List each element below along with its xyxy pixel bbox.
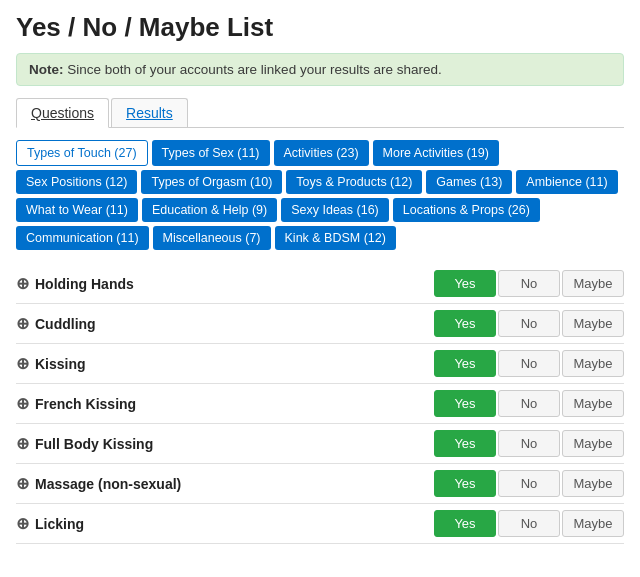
question-row-holding-hands: ⊕Holding HandsYesNoMaybe [16, 264, 624, 304]
answer-yes-kissing[interactable]: Yes [434, 350, 496, 377]
answer-yes-holding-hands[interactable]: Yes [434, 270, 496, 297]
question-text-french-kissing: French Kissing [35, 396, 136, 412]
expand-icon-cuddling[interactable]: ⊕ [16, 314, 29, 333]
answer-yes-cuddling[interactable]: Yes [434, 310, 496, 337]
expand-icon-full-body-kissing[interactable]: ⊕ [16, 434, 29, 453]
tab-results[interactable]: Results [111, 98, 188, 127]
expand-icon-licking[interactable]: ⊕ [16, 514, 29, 533]
question-label-cuddling: ⊕Cuddling [16, 314, 434, 333]
answer-no-cuddling[interactable]: No [498, 310, 560, 337]
answer-maybe-holding-hands[interactable]: Maybe [562, 270, 624, 297]
filter-btn-communication[interactable]: Communication (11) [16, 226, 149, 250]
answer-buttons-kissing: YesNoMaybe [434, 350, 624, 377]
answer-maybe-kissing[interactable]: Maybe [562, 350, 624, 377]
answer-maybe-cuddling[interactable]: Maybe [562, 310, 624, 337]
answer-buttons-cuddling: YesNoMaybe [434, 310, 624, 337]
answer-maybe-licking[interactable]: Maybe [562, 510, 624, 537]
question-text-cuddling: Cuddling [35, 316, 96, 332]
question-label-kissing: ⊕Kissing [16, 354, 434, 373]
question-label-licking: ⊕Licking [16, 514, 434, 533]
answer-no-kissing[interactable]: No [498, 350, 560, 377]
answer-no-licking[interactable]: No [498, 510, 560, 537]
filter-btn-locations-props[interactable]: Locations & Props (26) [393, 198, 540, 222]
filter-btn-kink-bdsm[interactable]: Kink & BDSM (12) [275, 226, 396, 250]
question-label-massage-nonsexual: ⊕Massage (non-sexual) [16, 474, 434, 493]
question-list: ⊕Holding HandsYesNoMaybe⊕CuddlingYesNoMa… [16, 264, 624, 544]
filter-btn-sex-positions[interactable]: Sex Positions (12) [16, 170, 137, 194]
answer-buttons-licking: YesNoMaybe [434, 510, 624, 537]
question-text-kissing: Kissing [35, 356, 86, 372]
filter-btn-games[interactable]: Games (13) [426, 170, 512, 194]
note-bold: Note: [29, 62, 64, 77]
filter-btn-types-of-orgasm[interactable]: Types of Orgasm (10) [141, 170, 282, 194]
question-text-massage-nonsexual: Massage (non-sexual) [35, 476, 181, 492]
answer-buttons-holding-hands: YesNoMaybe [434, 270, 624, 297]
filter-btn-ambience[interactable]: Ambience (11) [516, 170, 617, 194]
filter-btn-miscellaneous[interactable]: Miscellaneous (7) [153, 226, 271, 250]
page-container: Yes / No / Maybe List Note: Since both o… [0, 0, 640, 556]
answer-no-massage-nonsexual[interactable]: No [498, 470, 560, 497]
answer-maybe-full-body-kissing[interactable]: Maybe [562, 430, 624, 457]
answer-buttons-french-kissing: YesNoMaybe [434, 390, 624, 417]
filter-buttons-container: Types of Touch (27)Types of Sex (11)Acti… [16, 140, 624, 250]
expand-icon-holding-hands[interactable]: ⊕ [16, 274, 29, 293]
answer-buttons-full-body-kissing: YesNoMaybe [434, 430, 624, 457]
answer-no-full-body-kissing[interactable]: No [498, 430, 560, 457]
answer-no-french-kissing[interactable]: No [498, 390, 560, 417]
expand-icon-kissing[interactable]: ⊕ [16, 354, 29, 373]
answer-maybe-massage-nonsexual[interactable]: Maybe [562, 470, 624, 497]
expand-icon-french-kissing[interactable]: ⊕ [16, 394, 29, 413]
filter-btn-toys-products[interactable]: Toys & Products (12) [286, 170, 422, 194]
filter-btn-types-of-touch[interactable]: Types of Touch (27) [16, 140, 148, 166]
filter-btn-what-to-wear[interactable]: What to Wear (11) [16, 198, 138, 222]
question-row-licking: ⊕LickingYesNoMaybe [16, 504, 624, 544]
expand-icon-massage-nonsexual[interactable]: ⊕ [16, 474, 29, 493]
answer-yes-full-body-kissing[interactable]: Yes [434, 430, 496, 457]
answer-buttons-massage-nonsexual: YesNoMaybe [434, 470, 624, 497]
answer-yes-french-kissing[interactable]: Yes [434, 390, 496, 417]
question-label-full-body-kissing: ⊕Full Body Kissing [16, 434, 434, 453]
answer-yes-licking[interactable]: Yes [434, 510, 496, 537]
page-title: Yes / No / Maybe List [16, 12, 624, 43]
answer-no-holding-hands[interactable]: No [498, 270, 560, 297]
filter-btn-types-of-sex[interactable]: Types of Sex (11) [152, 140, 270, 166]
answer-yes-massage-nonsexual[interactable]: Yes [434, 470, 496, 497]
question-label-french-kissing: ⊕French Kissing [16, 394, 434, 413]
question-text-full-body-kissing: Full Body Kissing [35, 436, 153, 452]
question-text-licking: Licking [35, 516, 84, 532]
question-row-cuddling: ⊕CuddlingYesNoMaybe [16, 304, 624, 344]
note-box: Note: Since both of your accounts are li… [16, 53, 624, 86]
filter-btn-sexy-ideas[interactable]: Sexy Ideas (16) [281, 198, 389, 222]
question-row-kissing: ⊕KissingYesNoMaybe [16, 344, 624, 384]
question-row-french-kissing: ⊕French KissingYesNoMaybe [16, 384, 624, 424]
question-label-holding-hands: ⊕Holding Hands [16, 274, 434, 293]
filter-btn-more-activities[interactable]: More Activities (19) [373, 140, 499, 166]
question-row-massage-nonsexual: ⊕Massage (non-sexual)YesNoMaybe [16, 464, 624, 504]
filter-btn-activities[interactable]: Activities (23) [274, 140, 369, 166]
note-text: Since both of your accounts are linked y… [64, 62, 442, 77]
question-row-full-body-kissing: ⊕Full Body KissingYesNoMaybe [16, 424, 624, 464]
tab-questions[interactable]: Questions [16, 98, 109, 128]
filter-btn-education-help[interactable]: Education & Help (9) [142, 198, 277, 222]
question-text-holding-hands: Holding Hands [35, 276, 134, 292]
tabs-container: Questions Results [16, 98, 624, 128]
answer-maybe-french-kissing[interactable]: Maybe [562, 390, 624, 417]
